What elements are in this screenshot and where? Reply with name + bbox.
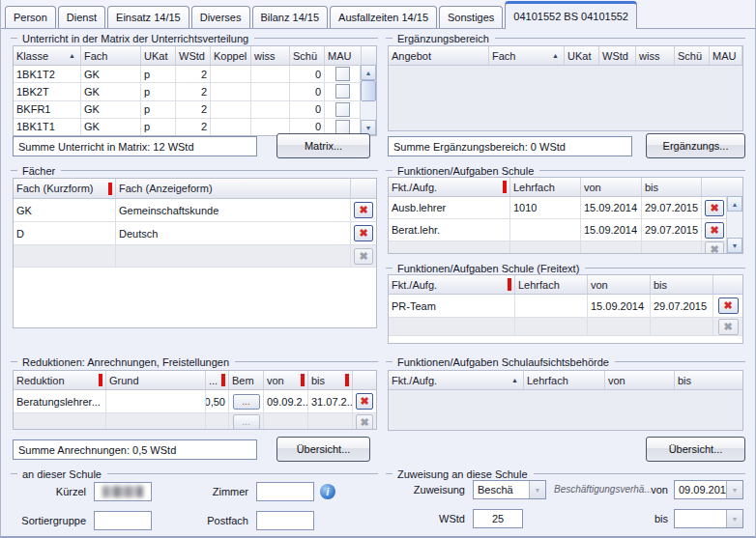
delete-row-button[interactable]: ✖	[705, 222, 724, 239]
table-row-empty[interactable]: ✖	[14, 245, 376, 268]
delete-row-button[interactable]: ✖	[356, 393, 373, 410]
postfach-field[interactable]	[256, 511, 314, 530]
fs-col-bis[interactable]: bis	[642, 178, 702, 196]
chevron-down-icon[interactable]: ▼	[529, 481, 545, 498]
info-icon[interactable]: i	[320, 484, 335, 499]
fa-col-von[interactable]: von	[605, 371, 675, 389]
delete-row-button[interactable]: ✖	[705, 200, 724, 216]
fs-col-von[interactable]: von	[581, 178, 642, 196]
sortiergruppe-field[interactable]	[94, 511, 152, 530]
redacted-value	[102, 486, 143, 497]
ergaenzungs-button[interactable]: Ergänzungs...	[646, 133, 745, 158]
matrix-col-mau[interactable]: MAU	[325, 46, 362, 65]
ff-col-lehrfach[interactable]: Lehrfach	[515, 275, 588, 294]
group-funktionen-schule: Funktionen/Aufgaben Schule	[386, 164, 745, 177]
ergaenzung-col-schue[interactable]: Schü	[675, 46, 710, 65]
fa-col-lehrfach[interactable]: Lehrfach	[524, 371, 605, 389]
mau-checkbox[interactable]	[335, 67, 350, 81]
faecher-col-anzeigeform[interactable]: Fach (Anzeigeform)	[116, 179, 351, 198]
bemerkung-button[interactable]: ...	[233, 394, 260, 410]
scroll-down-icon[interactable]: ▼	[727, 238, 742, 253]
delete-row-button[interactable]: ✖	[354, 225, 373, 241]
tab-ausfallzeiten[interactable]: Ausfallzeiten 14/15	[330, 6, 437, 28]
table-row[interactable]: BKFR1 GK p 2 0	[14, 101, 376, 119]
group-funktionen-freitext: Funktionen/Aufgaben Schule (Freitext)	[386, 262, 745, 274]
tab-dienst[interactable]: Dienst	[58, 6, 105, 28]
uebersicht-button-left[interactable]: Übersicht...	[276, 437, 370, 462]
tab-school-active[interactable]: 04101552 BS 04101552	[505, 1, 637, 29]
bis-label: bis	[647, 509, 668, 528]
wstd-label: WStd	[393, 509, 465, 528]
tab-diverses[interactable]: Diverses	[191, 6, 250, 28]
zuweisung-value: Beschä	[474, 481, 529, 498]
table-row[interactable]: 1BK1T2 GK p 2 0	[14, 66, 376, 83]
kuerzel-field[interactable]	[94, 482, 152, 501]
delete-row-button[interactable]: ✖	[354, 202, 373, 218]
matrix-col-wiss[interactable]: wiss	[251, 46, 290, 65]
ff-col-von[interactable]: von	[588, 275, 651, 294]
matrix-col-koppel[interactable]: Koppel	[211, 46, 251, 65]
tab-sonstiges[interactable]: Sonstiges	[439, 6, 503, 28]
matrix-col-klasse[interactable]: Klasse▲	[14, 46, 81, 65]
faecher-col-kurzform[interactable]: Fach (Kurzform)	[14, 179, 116, 198]
scroll-up-icon[interactable]: ▲	[727, 196, 742, 212]
reduktionen-col-grund[interactable]: Grund	[106, 371, 206, 389]
table-row-empty[interactable]: ✖	[389, 318, 742, 336]
mau-checkbox[interactable]	[335, 120, 350, 134]
zimmer-field[interactable]	[256, 482, 314, 501]
tab-bilanz[interactable]: Bilanz 14/15	[252, 6, 329, 28]
table-row[interactable]: Berat.lehr. 15.09.2014 29.07.2015 ✖	[389, 219, 742, 241]
tab-person[interactable]: Person	[5, 6, 56, 28]
tab-einsatz[interactable]: Einsatz 14/15	[107, 6, 189, 28]
fa-col-bis[interactable]: bis	[675, 371, 743, 389]
table-row-empty[interactable]: ... ✖	[14, 413, 376, 430]
matrix-button[interactable]: Matrix...	[276, 133, 370, 158]
fs-col-lehrfach[interactable]: Lehrfach	[510, 178, 581, 196]
table-row[interactable]: 1BK2T GK p 2 0	[14, 83, 376, 100]
wstd-field[interactable]	[473, 509, 523, 528]
scroll-up-icon[interactable]: ▲	[361, 65, 376, 80]
reduktionen-col-bis[interactable]: bis	[308, 371, 353, 389]
chevron-down-icon[interactable]: ▼	[726, 481, 742, 498]
funktionen-schule-scrollbar[interactable]: ▲ ▼	[726, 196, 742, 253]
reduktionen-col-wert[interactable]: ...	[206, 371, 229, 389]
von-date-combobox[interactable]: 09.09.2011 ▼	[674, 480, 743, 499]
matrix-col-fach[interactable]: Fach	[81, 46, 141, 65]
ergaenzung-col-angebot[interactable]: Angebot	[389, 46, 489, 65]
ergaenzung-col-fach[interactable]: Fach▲	[489, 46, 565, 65]
zuweisung-combobox[interactable]: Beschä ▼	[473, 480, 546, 499]
uebersicht-button-right[interactable]: Übersicht...	[646, 437, 745, 462]
mau-checkbox[interactable]	[335, 84, 350, 99]
ff-col-bis[interactable]: bis	[651, 275, 713, 294]
group-ergaenzungsbereich: Ergänzungsbereich	[386, 32, 745, 44]
matrix-col-wstd[interactable]: WStd	[176, 46, 211, 65]
table-row[interactable]: Beratungslehrer... 0,50 ... 09.09.2... 3…	[14, 390, 376, 413]
delete-row-button[interactable]: ✖	[718, 297, 739, 314]
ergaenzung-col-ukat[interactable]: UKat	[565, 46, 599, 65]
matrix-col-schue[interactable]: Schü	[290, 46, 325, 65]
mau-checkbox[interactable]	[335, 102, 350, 117]
reduktionen-col-bem[interactable]: Bem	[229, 371, 264, 389]
table-row[interactable]: D Deutsch ✖	[14, 222, 376, 245]
table-row-empty[interactable]: ✖	[389, 241, 742, 254]
required-marker	[508, 278, 511, 291]
scrollbar-thumb[interactable]	[361, 80, 376, 101]
fs-col-fkt[interactable]: Fkt./Aufg.	[389, 178, 510, 196]
ergaenzung-col-wiss[interactable]: wiss	[636, 46, 675, 65]
ff-col-fkt[interactable]: Fkt./Aufg.	[389, 275, 515, 294]
bis-date-combobox[interactable]: ▼	[674, 509, 743, 528]
ergaenzung-col-wstd[interactable]: WStd	[599, 46, 636, 65]
ergaenzung-col-mau[interactable]: MAU	[710, 46, 742, 65]
reduktionen-col-von[interactable]: von	[264, 371, 308, 389]
table-row[interactable]: GK Gemeinschaftskunde ✖	[14, 199, 376, 222]
table-row[interactable]: Ausb.lehrer 1010 15.09.2014 29.07.2015 ✖	[389, 197, 742, 219]
ergaenzung-table: Angebot Fach▲ UKat WStd wiss Schü MAU	[388, 45, 743, 131]
matrix-table-header: Klasse▲ Fach UKat WStd Koppel wiss Schü …	[14, 46, 376, 66]
fa-col-fkt[interactable]: Fkt./Aufg.▲	[389, 371, 524, 389]
chevron-down-icon[interactable]: ▼	[726, 510, 742, 527]
matrix-col-ukat[interactable]: UKat	[141, 46, 176, 65]
table-row[interactable]: PR-Team 15.09.2014 29.07.2015 ✖	[389, 295, 742, 318]
matrix-scrollbar[interactable]: ▲ ▼	[360, 65, 376, 135]
required-marker	[301, 374, 305, 386]
reduktionen-col-reduktion[interactable]: Reduktion	[14, 371, 106, 389]
